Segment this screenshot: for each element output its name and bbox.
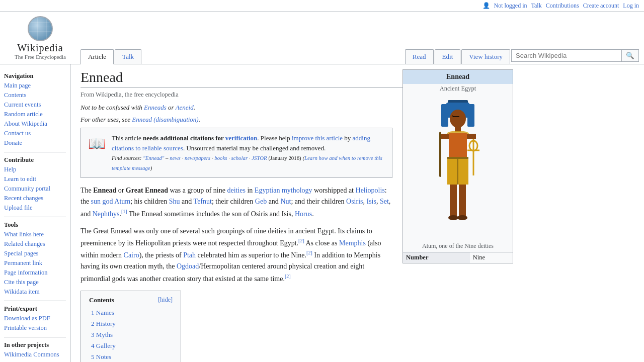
link-sun-god[interactable]: sun god bbox=[91, 198, 113, 205]
infobox-value-number: Nine bbox=[470, 252, 513, 263]
svg-rect-13 bbox=[450, 185, 457, 217]
link-geb[interactable]: Geb bbox=[255, 198, 267, 205]
svg-rect-19 bbox=[467, 134, 476, 139]
sidebar-item-related-changes[interactable]: Related changes bbox=[4, 239, 66, 249]
citation-warning-box: 📖 This article needs additional citation… bbox=[80, 128, 392, 178]
sidebar-item-special-pages[interactable]: Special pages bbox=[4, 249, 66, 258]
link-tefnut[interactable]: Tefnut bbox=[194, 198, 212, 205]
print-section-label: Print/export bbox=[4, 305, 66, 313]
svg-point-16 bbox=[457, 215, 467, 220]
svg-rect-11 bbox=[447, 157, 468, 159]
sidebar-divider-1 bbox=[4, 152, 66, 152]
toc-item-4[interactable]: 4 Gallery bbox=[89, 340, 173, 351]
link-nephthys[interactable]: Nephthys bbox=[93, 210, 120, 217]
svg-rect-3 bbox=[467, 104, 474, 127]
link-nut[interactable]: Nut bbox=[280, 198, 291, 205]
sidebar-item-printable[interactable]: Printable version bbox=[4, 323, 66, 333]
sidebar-item-what-links[interactable]: What links here bbox=[4, 230, 66, 239]
link-isis[interactable]: Isis bbox=[366, 198, 376, 205]
contribute-section-label: Contribute bbox=[4, 156, 66, 164]
link-books[interactable]: books bbox=[214, 155, 227, 161]
link-horus[interactable]: Horus bbox=[295, 210, 312, 217]
sidebar-item-learn-to-edit[interactable]: Learn to edit bbox=[4, 174, 66, 184]
sidebar-item-random-article[interactable]: Random article bbox=[4, 110, 66, 119]
search-area: 🔍 bbox=[511, 49, 639, 64]
sidebar-item-current-events[interactable]: Current events bbox=[4, 100, 66, 110]
tab-view-history[interactable]: View history bbox=[461, 49, 510, 64]
search-input[interactable] bbox=[511, 49, 622, 62]
sidebar-item-permanent-link[interactable]: Permanent link bbox=[4, 258, 66, 268]
infobox-caption: Atum, one of the Nine deities bbox=[403, 240, 513, 252]
svg-rect-18 bbox=[439, 132, 441, 177]
link-scholar[interactable]: scholar bbox=[231, 155, 248, 161]
sidebar-item-upload[interactable]: Upload file bbox=[4, 203, 66, 213]
sidebar-item-help[interactable]: Help bbox=[4, 165, 66, 174]
link-news[interactable]: news bbox=[170, 155, 181, 161]
search-button[interactable]: 🔍 bbox=[622, 49, 639, 62]
link-disambiguation[interactable]: Ennead (disambiguation) bbox=[132, 116, 199, 123]
link-improve-article[interactable]: improve this article bbox=[292, 134, 343, 142]
link-aeneid[interactable]: Aeneid bbox=[176, 104, 194, 111]
sidebar-item-wikimedia[interactable]: Wikimedia Commons bbox=[4, 350, 66, 359]
toc-item-3[interactable]: 3 Myths bbox=[89, 329, 173, 340]
toc-box: Contents [hide] 1 Names 2 History 3 Myth… bbox=[80, 291, 181, 362]
link-osiris[interactable]: Osiris bbox=[346, 198, 363, 205]
sidebar-item-page-info[interactable]: Page information bbox=[4, 268, 66, 278]
toc-item-1[interactable]: 1 Names bbox=[89, 307, 173, 318]
link-verification[interactable]: verification bbox=[225, 134, 258, 142]
sidebar-divider-3 bbox=[4, 301, 66, 301]
not-logged-in-link[interactable]: Not logged in bbox=[494, 2, 527, 10]
link-heliopolis[interactable]: Heliopolis bbox=[356, 187, 385, 194]
tab-talk[interactable]: Talk bbox=[115, 49, 141, 64]
link-shu[interactable]: Shu bbox=[169, 198, 180, 205]
contributions-link[interactable]: Contributions bbox=[546, 2, 579, 10]
toc-hide-button[interactable]: [hide] bbox=[158, 296, 173, 304]
create-account-link[interactable]: Create account bbox=[583, 2, 619, 10]
log-in-link[interactable]: Log in bbox=[623, 2, 639, 10]
main-content: Ennead Ancient Egypt bbox=[70, 64, 523, 362]
site-subtitle: The Free Encyclopedia bbox=[15, 54, 66, 60]
link-jstor[interactable]: JSTOR bbox=[252, 155, 267, 161]
sidebar-item-community[interactable]: Community portal bbox=[4, 184, 66, 194]
sidebar-item-main-page[interactable]: Main page bbox=[4, 81, 66, 90]
book-icon: 📖 bbox=[88, 135, 106, 152]
talk-link[interactable]: Talk bbox=[531, 2, 542, 10]
sidebar: Navigation Main page Contents Current ev… bbox=[0, 64, 70, 362]
sidebar-item-contact[interactable]: Contact us bbox=[4, 129, 66, 138]
sidebar-divider-2 bbox=[4, 217, 66, 217]
svg-rect-9 bbox=[449, 133, 467, 158]
link-cairo[interactable]: Cairo bbox=[124, 251, 139, 259]
link-ptah[interactable]: Ptah bbox=[183, 251, 196, 259]
toc-item-2[interactable]: 2 History bbox=[89, 318, 173, 329]
link-ogdoad[interactable]: Ogdoad bbox=[177, 262, 199, 270]
layout: Navigation Main page Contents Current ev… bbox=[0, 64, 644, 362]
logo-area: Wikipedia The Free Encyclopedia bbox=[5, 12, 75, 64]
toc-item-5[interactable]: 5 Notes bbox=[89, 351, 173, 362]
link-deities[interactable]: deities bbox=[227, 187, 246, 194]
link-egyptian-mythology[interactable]: Egyptian mythology bbox=[255, 187, 312, 194]
link-memphis[interactable]: Memphis bbox=[339, 239, 366, 247]
sidebar-item-contents[interactable]: Contents bbox=[4, 90, 66, 100]
tab-edit[interactable]: Edit bbox=[435, 49, 461, 64]
link-set[interactable]: Set bbox=[380, 198, 389, 205]
sidebar-item-cite[interactable]: Cite this page bbox=[4, 278, 66, 287]
sidebar-item-donate[interactable]: Donate bbox=[4, 138, 66, 148]
sidebar-item-download-pdf[interactable]: Download as PDF bbox=[4, 314, 66, 323]
tab-article[interactable]: Article bbox=[80, 49, 114, 64]
sidebar-item-about[interactable]: About Wikipedia bbox=[4, 119, 66, 129]
nav-section-label: Navigation bbox=[4, 72, 66, 80]
tools-section-label: Tools bbox=[4, 221, 66, 229]
tab-read[interactable]: Read bbox=[405, 49, 434, 64]
link-ennead-search[interactable]: "Ennead" bbox=[143, 155, 164, 161]
svg-point-15 bbox=[448, 215, 458, 220]
link-enneads[interactable]: Enneads bbox=[144, 104, 167, 111]
sidebar-item-recent-changes[interactable]: Recent changes bbox=[4, 194, 66, 203]
sidebar-item-wikidata[interactable]: Wikidata item bbox=[4, 287, 66, 297]
other-projects-label: In other projects bbox=[4, 341, 66, 349]
infobox-label-number: Number bbox=[403, 252, 470, 263]
site-title: Wikipedia bbox=[17, 42, 63, 54]
globe-icon bbox=[28, 16, 53, 41]
link-newspapers[interactable]: newspapers bbox=[185, 155, 210, 161]
link-atum[interactable]: Atum bbox=[114, 198, 130, 205]
svg-rect-2 bbox=[441, 104, 448, 127]
